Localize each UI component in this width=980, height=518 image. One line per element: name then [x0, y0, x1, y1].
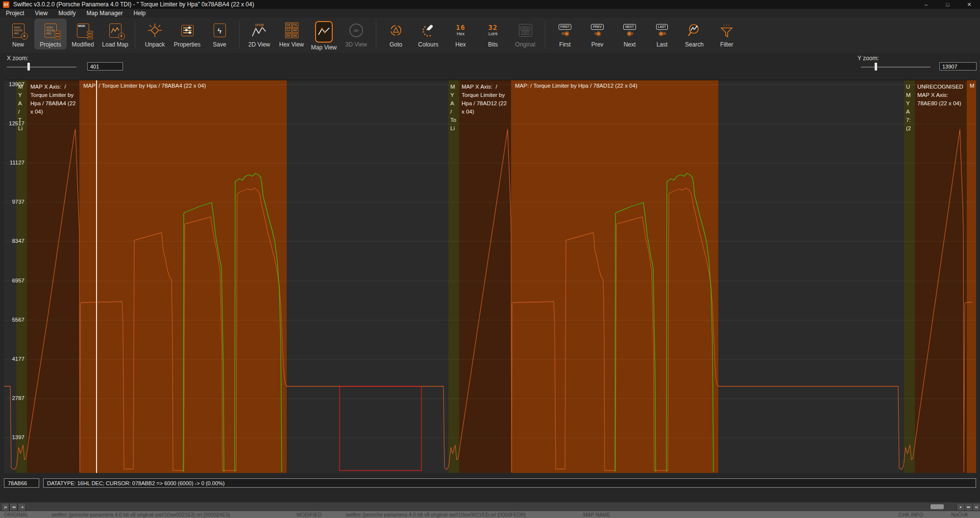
- modified-file: swiftec (porsche panamera 4.0 tdi v8 ori…: [345, 512, 526, 518]
- new-label: New: [12, 41, 24, 48]
- modified-label: MODIFIED: [296, 512, 321, 518]
- prev-label: Prev: [591, 41, 604, 48]
- toolbar-button-last[interactable]: LAST◉»Last: [646, 19, 678, 49]
- toolbar: 0101 01010 001+New0101 01010 001Projects…: [0, 18, 980, 53]
- map-panel-olive[interactable]: [904, 80, 915, 473]
- map-plot-canvas[interactable]: [4, 80, 976, 473]
- menu-item-modify[interactable]: Modify: [58, 10, 75, 17]
- toolbar-button-properties[interactable]: Properties: [171, 19, 203, 49]
- y-axis-label: 6957: [4, 278, 24, 283]
- scroll-right-button-1[interactable]: ▸: [956, 503, 965, 511]
- map-panel-maroon[interactable]: [915, 80, 967, 473]
- colours-label: Colours: [418, 41, 438, 48]
- toolbar-button-load-map[interactable]: +Load Map: [99, 19, 131, 49]
- toolbar-button-2d-view[interactable]: 101002D View: [243, 19, 275, 49]
- toolbar-button-map-view[interactable]: Map View: [308, 19, 340, 52]
- selection-rectangle[interactable]: [340, 386, 421, 471]
- toolbar-button-projects[interactable]: 0101 01010 001Projects: [34, 19, 67, 49]
- goto-icon: [389, 21, 403, 40]
- map-panel-bright[interactable]: [511, 80, 718, 473]
- toolbar-button-filter[interactable]: ↓↓↓Filter: [710, 19, 743, 49]
- toolbar-button-3d-view: 3D3D View: [340, 19, 372, 49]
- save-label: Save: [213, 41, 226, 48]
- toolbar-button-unpack[interactable]: Unpack: [139, 19, 171, 49]
- horizontal-scrollbar[interactable]: |◂◂◂◂▸▸▸▸|: [0, 502, 980, 511]
- original-label: ORIGINAL: [4, 512, 28, 518]
- last-label: Last: [657, 41, 668, 48]
- y-axis-label: 11127: [4, 160, 24, 165]
- window-title: Swiftec v3.0.2.0 (Porsche Panamera 4.0 T…: [13, 1, 254, 8]
- menu-item-project[interactable]: Project: [6, 10, 24, 17]
- maximize-button[interactable]: □: [937, 0, 958, 9]
- unpack-label: Unpack: [145, 41, 165, 48]
- toolbar-button-hex[interactable]: 16HexHex: [444, 19, 477, 49]
- menu-item-view[interactable]: View: [35, 10, 48, 17]
- scroll-left-button-2[interactable]: ◂◂: [9, 503, 18, 511]
- scroll-right-button-3[interactable]: ▸|: [972, 503, 980, 511]
- toolbar-button-colours[interactable]: Colours: [412, 19, 444, 49]
- modified-label: Modified: [72, 41, 94, 48]
- last-icon: LAST◉»: [656, 21, 668, 40]
- y-zoom-slider[interactable]: [861, 63, 931, 71]
- bits-label: Bits: [488, 41, 498, 48]
- toolbar-button-first[interactable]: FIRST«◉First: [549, 19, 581, 49]
- map-2d-view[interactable]: 1390712517111279737834769575567417727871…: [4, 80, 976, 473]
- map-panel-olive[interactable]: [448, 80, 459, 473]
- y-zoom-input[interactable]: [939, 62, 977, 71]
- unpack-icon: [147, 21, 163, 40]
- menu-bar: ProjectViewModifyMap ManagerHelp: [0, 9, 980, 18]
- y-axis-label: 1397: [4, 434, 24, 440]
- load-map-label: Load Map: [102, 41, 128, 48]
- toolbar-button-hex-view[interactable]: E8F652008000Hex View: [275, 19, 308, 49]
- scroll-left-button-3[interactable]: ◂: [18, 503, 26, 511]
- map-name-label: MAP NAME: [583, 512, 611, 518]
- x-zoom-slider[interactable]: [7, 63, 76, 71]
- map-view-icon: [315, 21, 333, 43]
- toolbar-button-save[interactable]: ϟSave: [203, 19, 236, 49]
- projects-icon: 0101 01010 001: [45, 21, 57, 40]
- toolbar-button-prev[interactable]: PREV‹◉Prev: [581, 19, 613, 49]
- toolbar-separator: [376, 21, 376, 49]
- toolbar-separator: [239, 21, 240, 49]
- hex-icon: 16Hex: [456, 21, 466, 40]
- toolbar-button-goto[interactable]: Goto: [380, 19, 412, 49]
- minimize-button[interactable]: –: [915, 0, 937, 9]
- y-zoom-label: Y zoom:: [858, 55, 879, 62]
- zoom-controls-row: X zoom: Y zoom:: [0, 53, 980, 80]
- toolbar-button-new[interactable]: 0101 01010 001+New: [2, 19, 34, 49]
- x-zoom-slider-track[interactable]: [7, 67, 76, 68]
- y-zoom-slider-thumb[interactable]: [875, 63, 877, 71]
- scroll-left-button-1[interactable]: |◂: [1, 503, 9, 511]
- save-icon: ϟ: [214, 21, 226, 40]
- hex-view-icon: E8F652008000: [285, 21, 298, 40]
- goto-label: Goto: [390, 41, 402, 48]
- map-panel-bright[interactable]: [79, 80, 287, 473]
- close-button[interactable]: ✕: [958, 0, 980, 9]
- 3d-view-icon: 3D: [349, 21, 363, 40]
- y-zoom-slider-track[interactable]: [861, 67, 931, 68]
- menu-item-map-manager[interactable]: Map Manager: [87, 10, 123, 17]
- prev-icon: PREV‹◉: [591, 21, 604, 40]
- x-zoom-label: X zoom:: [7, 55, 28, 62]
- map-panel-maroon[interactable]: [459, 80, 511, 473]
- toolbar-button-search[interactable]: Search: [678, 19, 710, 49]
- properties-label: Properties: [174, 41, 201, 48]
- map-panel-maroon[interactable]: [27, 80, 79, 473]
- title-bar: ST Swiftec v3.0.2.0 (Porsche Panamera 4.…: [0, 0, 980, 9]
- menu-item-help[interactable]: Help: [134, 10, 146, 17]
- load-map-icon: +: [109, 21, 122, 40]
- scroll-right-button-2[interactable]: ▸▸: [964, 503, 973, 511]
- toolbar-button-bits[interactable]: 32LoHiBits: [477, 19, 509, 49]
- original-label: Original: [515, 41, 535, 48]
- toolbar-button-modified[interactable]: MODModified: [67, 19, 99, 49]
- x-zoom-input[interactable]: [87, 62, 123, 71]
- map-panel-olive[interactable]: [16, 80, 27, 473]
- map-panel-bright[interactable]: [967, 80, 976, 473]
- toolbar-separator: [545, 21, 545, 49]
- panel-title: MAP X Axis: / Torque Limiter by Hpa / 78…: [462, 83, 511, 116]
- x-zoom-slider-thumb[interactable]: [27, 63, 30, 71]
- colours-icon: [421, 21, 435, 40]
- toolbar-button-next[interactable]: NEXT◉›Next: [613, 19, 646, 49]
- address-box[interactable]: 78AB66: [4, 478, 39, 488]
- scrollbar-thumb[interactable]: [931, 504, 944, 509]
